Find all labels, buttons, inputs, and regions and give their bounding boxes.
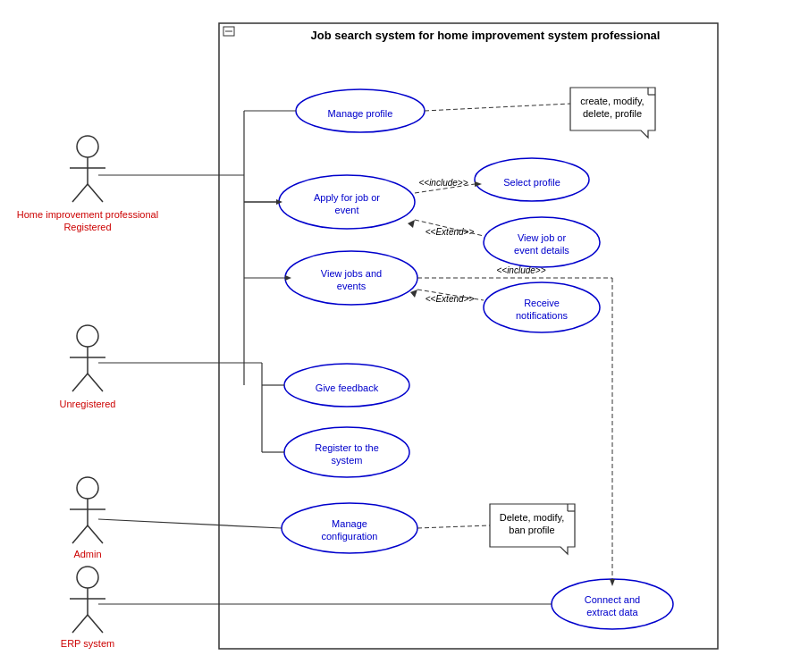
diagram-title: Job search system for home improvement s…: [311, 29, 661, 42]
use-case-apply-job: Apply for job or: [314, 192, 380, 203]
use-case-view-details-1: View job or: [518, 232, 567, 243]
use-case-manage-config-1: Manage: [332, 518, 367, 529]
actor-label-admin: Admin: [73, 549, 101, 559]
actor-label-home-professional-2: Registered: [63, 222, 111, 232]
use-case-apply-job-2: event: [335, 205, 359, 215]
note-ban-2: ban profile: [509, 525, 554, 535]
use-case-receive-notif-2: notifications: [516, 310, 569, 321]
use-case-register-2: system: [332, 455, 363, 466]
use-case-view-jobs: View jobs and: [321, 268, 382, 279]
svg-line-16: [72, 525, 88, 543]
svg-line-21: [72, 615, 88, 633]
svg-point-3: [77, 136, 98, 157]
use-case-give-feedback: Give feedback: [316, 382, 379, 393]
svg-point-8: [77, 325, 98, 347]
include-connect-label: <<include>>: [496, 265, 545, 275]
use-case-manage-profile: Manage profile: [328, 108, 393, 119]
actor-label-home-professional: Home improvement professional: [17, 209, 158, 220]
use-case-view-jobs-2: events: [337, 281, 367, 291]
svg-line-7: [88, 184, 103, 202]
note-profile-1: create, modify,: [580, 96, 644, 106]
use-case-manage-config-2: configuration: [322, 531, 378, 542]
actor-label-unregistered: Unregistered: [60, 399, 116, 409]
use-case-register-1: Register to the: [315, 442, 379, 453]
svg-line-12: [88, 374, 103, 391]
use-case-receive-notif-1: Receive: [524, 298, 560, 308]
svg-line-6: [72, 184, 88, 202]
extend-view-label: <<Extend>>: [425, 227, 475, 237]
extend-notif-label: <<Extend>>: [425, 294, 475, 304]
use-case-connect-2: extract data: [586, 607, 638, 617]
use-case-view-details-2: event details: [514, 245, 569, 256]
svg-point-18: [77, 567, 98, 588]
svg-line-22: [88, 615, 103, 633]
use-case-connect-1: Connect and: [585, 594, 640, 605]
actor-label-erp: ERP system: [61, 638, 114, 649]
svg-line-11: [72, 374, 88, 391]
note-profile-2: delete, profile: [583, 108, 642, 119]
svg-line-17: [88, 525, 103, 543]
note-ban-1: Delete, modify,: [500, 512, 565, 523]
use-case-select-profile: Select profile: [503, 177, 560, 188]
svg-point-13: [77, 477, 98, 499]
diagram-container: Job search system for home improvement s…: [12, 14, 780, 658]
include-select-label: <<include>>: [418, 178, 468, 188]
